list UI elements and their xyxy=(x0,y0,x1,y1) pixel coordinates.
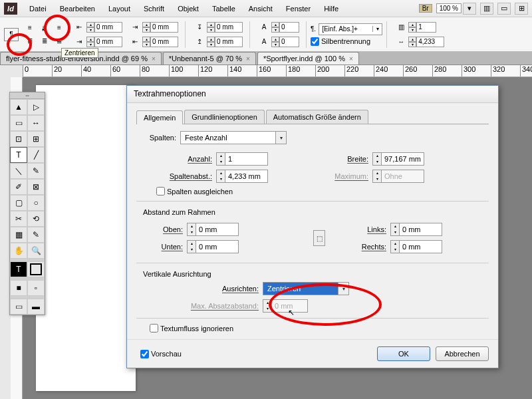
apply-color-icon[interactable]: ■ xyxy=(10,280,27,296)
content-collector-tool[interactable]: ⊡ xyxy=(10,131,27,147)
transform-tool[interactable]: ⟲ xyxy=(27,211,45,227)
justify-center-icon[interactable]: ≣ xyxy=(37,35,52,48)
zoom-value[interactable]: 100 % xyxy=(436,3,462,13)
menu-schrift[interactable]: Schrift xyxy=(137,3,171,15)
view-preview-icon[interactable]: ▬ xyxy=(27,299,45,315)
rectangle-tool[interactable]: ▢ xyxy=(10,195,27,211)
oben-label: Oben: xyxy=(150,225,187,233)
close-icon[interactable]: × xyxy=(349,55,353,63)
rectangle-frame-tool[interactable]: ⊠ xyxy=(27,179,45,195)
fill-swatch[interactable]: T xyxy=(10,261,27,277)
eyedropper-tool[interactable]: ✎ xyxy=(27,227,45,243)
close-icon[interactable]: × xyxy=(246,55,250,63)
justify-left-icon[interactable]: ≣ xyxy=(23,35,37,48)
space-before-input[interactable] xyxy=(215,22,243,33)
paragraph-panel-icon[interactable]: ¶ xyxy=(4,28,19,41)
ruler-horizontal[interactable]: 0204060801001201401601802002202402602803… xyxy=(23,65,532,77)
document-tab[interactable]: *Unbenannt-5 @ 70 %× xyxy=(163,52,256,65)
page-tool[interactable]: ▭ xyxy=(10,115,27,131)
menu-bearbeiten[interactable]: Bearbeiten xyxy=(53,3,102,15)
spalten-select[interactable]: Feste Anzahl▾ xyxy=(180,131,287,144)
bridge-badge[interactable]: Br xyxy=(419,4,432,13)
space-after-input[interactable] xyxy=(215,37,243,47)
content-placer-tool[interactable]: ⊞ xyxy=(27,131,45,147)
view-normal-icon[interactable]: ▭ xyxy=(10,299,27,315)
pencil-tool[interactable]: ✐ xyxy=(10,179,27,195)
link-icon[interactable]: ⬚ xyxy=(313,230,325,246)
close-icon[interactable]: × xyxy=(152,55,156,63)
rechts-input[interactable] xyxy=(400,240,442,253)
paragraph-style-combo[interactable]: [Einf. Abs.]+▾ xyxy=(319,23,382,35)
scissors-tool[interactable]: ✂ xyxy=(10,211,27,227)
cursor-icon: ↖ xyxy=(288,308,295,317)
line-tool[interactable]: ＼ xyxy=(10,163,27,179)
pen-tool[interactable]: ✎ xyxy=(27,163,45,179)
gutter-input[interactable] xyxy=(416,37,444,47)
balance-checkbox[interactable]: Spalten ausgleichen xyxy=(156,187,489,196)
tab-grundlinien[interactable]: Grundlinienoptionen xyxy=(184,110,264,124)
align-right-icon[interactable]: ≡ xyxy=(52,21,66,35)
menu-fenster[interactable]: Fenster xyxy=(279,3,317,15)
text-frame-options-dialog: Textrahmenoptionen Allgemein Grundlinien… xyxy=(126,85,499,368)
last-line-input[interactable] xyxy=(150,37,178,47)
dropcap-lines-input[interactable] xyxy=(279,22,299,33)
align-left-icon[interactable]: ≡ xyxy=(23,21,37,35)
oben-input[interactable] xyxy=(196,223,239,236)
dropcap-chars-input[interactable] xyxy=(279,37,299,47)
zoom-tool[interactable]: 🔍 xyxy=(27,243,45,259)
anzahl-input[interactable] xyxy=(225,152,268,166)
document-tab[interactable]: *Sportflyer.indd @ 100 %× xyxy=(257,52,359,65)
stroke-swatch[interactable] xyxy=(27,261,45,277)
menu-hilfe[interactable]: Hilfe xyxy=(317,3,345,15)
menu-ansicht[interactable]: Ansicht xyxy=(242,3,279,15)
indent-left-input[interactable] xyxy=(94,22,122,33)
links-input[interactable] xyxy=(400,223,442,236)
dialog-title[interactable]: Textrahmenoptionen xyxy=(127,86,498,103)
tab-allgemein[interactable]: Allgemein xyxy=(136,110,183,124)
zoom-dropdown[interactable]: ▾ xyxy=(463,3,476,15)
gutter-icon: ↔ xyxy=(394,35,408,49)
tab-auto-size[interactable]: Automatisch Größe ändern xyxy=(266,110,368,124)
justify-right-icon[interactable]: ≣ xyxy=(52,35,66,48)
indent-right-input[interactable] xyxy=(94,37,122,47)
type-path-tool[interactable]: ╱ xyxy=(27,147,45,163)
space-after-icon: ↥ xyxy=(192,35,207,49)
first-line-input[interactable] xyxy=(150,22,178,33)
ignore-wrap-checkbox[interactable]: Textumfluss ignorieren xyxy=(150,324,489,332)
gradient-tool[interactable]: ▦ xyxy=(10,227,27,243)
columns-input[interactable] xyxy=(416,22,436,33)
preview-checkbox[interactable]: Vorschau xyxy=(140,346,182,361)
spaltenabst-input[interactable] xyxy=(225,170,268,183)
page[interactable] xyxy=(36,85,136,391)
hyphenation-checkbox[interactable]: Silbentrennung xyxy=(311,37,382,46)
type-tool[interactable]: T xyxy=(10,147,27,163)
cancel-button[interactable]: Abbrechen xyxy=(436,346,489,361)
view-mode-icon[interactable]: ▥ xyxy=(480,3,493,15)
links-label: Links: xyxy=(357,225,390,233)
apply-none-icon[interactable]: ▫ xyxy=(27,280,45,296)
unten-input[interactable] xyxy=(196,240,239,253)
hand-tool[interactable]: ✋ xyxy=(10,243,27,259)
direct-selection-tool[interactable]: ▷ xyxy=(27,99,45,115)
breite-input[interactable] xyxy=(382,152,424,166)
toolbox-grip[interactable]: •• xyxy=(10,92,45,99)
gap-tool[interactable]: ↔ xyxy=(27,115,45,131)
ausrichten-label: Ausrichten: xyxy=(176,285,263,293)
menu-objekt[interactable]: Objekt xyxy=(171,3,205,15)
selection-tool[interactable]: ▲ xyxy=(10,99,27,115)
dropcap-lines-icon: A xyxy=(257,21,271,34)
arrange-icon[interactable]: ⊞ xyxy=(515,3,528,15)
menu-tabelle[interactable]: Tabelle xyxy=(205,3,242,15)
ausrichten-select[interactable]: Zentrieren▾ xyxy=(263,282,349,295)
ok-button[interactable]: OK xyxy=(377,346,430,361)
columns-icon: ▥ xyxy=(394,21,408,34)
abstand-group-label: Abstand zum Rahmen xyxy=(143,208,489,216)
vertikal-group-label: Vertikale Ausrichtung xyxy=(143,270,489,278)
menu-datei[interactable]: Datei xyxy=(23,3,53,15)
ellipse-tool[interactable]: ○ xyxy=(27,195,45,211)
screen-mode-icon[interactable]: ▭ xyxy=(497,3,511,15)
breite-label: Breite: xyxy=(332,155,372,163)
menu-layout[interactable]: Layout xyxy=(102,3,137,15)
align-center-icon[interactable]: ≡↖ xyxy=(37,21,52,35)
spaltenabst-label: Spaltenabst.: xyxy=(150,172,216,180)
